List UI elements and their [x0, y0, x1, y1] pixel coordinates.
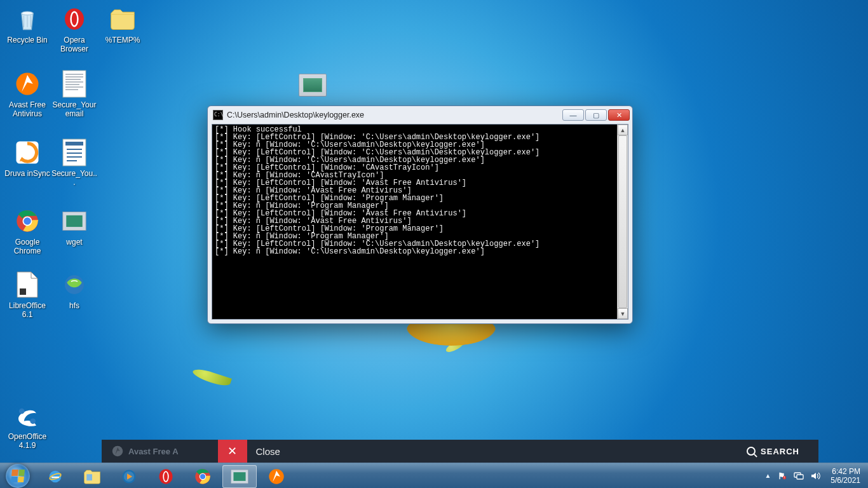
temp-folder-icon — [107, 4, 138, 34]
desktop-icon-label: Secure_You... — [51, 169, 98, 187]
taskbar-item-chrome[interactable] — [186, 465, 220, 488]
avast-bar-title-text: Avast Free A — [128, 447, 179, 456]
decoration-leaf — [191, 367, 232, 388]
desktop[interactable]: Recycle BinOpera Browser%TEMP%Avast Free… — [0, 0, 868, 488]
desktop-icon-label: LibreOffice 6.1 — [4, 301, 51, 319]
start-button[interactable] — [0, 463, 36, 488]
openoffice-icon — [12, 400, 43, 431]
desktop-icon-label: Secure_Your email — [51, 100, 98, 118]
recycle-bin-icon — [12, 4, 43, 34]
desktop-icon-label: Google Chrome — [4, 238, 51, 255]
clock-date: 5/6/2021 — [831, 476, 860, 485]
svg-point-28 — [30, 418, 36, 424]
tray-show-hidden-icons[interactable]: ▲ — [764, 472, 771, 479]
network-icon[interactable] — [794, 471, 804, 481]
svg-point-22 — [24, 217, 31, 225]
windows-orb-icon — [6, 464, 30, 488]
avast-search-button[interactable]: SEARCH — [747, 447, 799, 456]
taskbar-item-media[interactable] — [112, 465, 146, 488]
desktop-icon-recycle-bin[interactable]: Recycle Bin — [4, 4, 51, 44]
window-titlebar[interactable]: C:\Users\admin\Desktop\keylogger.exe — ▢… — [208, 106, 632, 124]
svg-point-3 — [72, 13, 77, 25]
taskbar-item-opera[interactable] — [149, 465, 183, 488]
internet-explorer-icon — [46, 467, 65, 486]
hfs-icon — [59, 269, 90, 300]
desktop-icon-opera-browser[interactable]: Opera Browser — [51, 4, 98, 53]
console-window-icon — [230, 467, 249, 486]
minimize-button[interactable]: — — [562, 109, 584, 121]
desktop-icon-label: Opera Browser — [51, 36, 98, 53]
desktop-icon-wget[interactable]: wget — [51, 206, 98, 247]
volume-icon[interactable] — [810, 471, 820, 481]
libreoffice-icon — [12, 269, 43, 300]
desktop-icon-hfs[interactable]: hfs — [51, 269, 98, 310]
taskbar: ▲ 6:42 PM 5/6/2021 — [0, 463, 868, 488]
desktop-icon-temp-folder[interactable]: %TEMP% — [99, 4, 146, 44]
search-icon — [747, 447, 756, 456]
scroll-down-icon[interactable]: ▼ — [618, 308, 628, 319]
console-output: [*] Hook successful [*] Key: [LeftContro… — [212, 125, 617, 319]
opera-browser-icon — [59, 4, 90, 34]
avast-close-x-button[interactable]: ✕ — [218, 440, 247, 463]
chrome-icon — [193, 467, 212, 486]
vertical-scrollbar[interactable]: ▲ ▼ — [617, 125, 628, 319]
console-client-area: [*] Hook successful [*] Key: [LeftContro… — [212, 124, 628, 320]
avast-free-antivirus-icon — [12, 69, 43, 99]
desktop-icon-avast-free-antivirus[interactable]: Avast Free Antivirus — [4, 69, 51, 118]
svg-rect-42 — [233, 472, 245, 481]
desktop-icon-label: Avast Free Antivirus — [4, 100, 51, 118]
svg-rect-44 — [780, 472, 780, 479]
action-center-flag-icon[interactable] — [777, 471, 787, 481]
google-chrome-icon — [12, 206, 43, 236]
taskbar-item-ie[interactable] — [38, 465, 72, 488]
close-button[interactable]: ✕ — [608, 109, 630, 121]
svg-rect-24 — [66, 215, 82, 227]
avast-small-icon — [112, 445, 123, 457]
console-window[interactable]: C:\Users\admin\Desktop\keylogger.exe — ▢… — [207, 105, 633, 324]
desktop-icon-libreoffice[interactable]: LibreOffice 6.1 — [4, 269, 51, 319]
desktop-icon-label: %TEMP% — [105, 36, 140, 44]
svg-rect-25 — [20, 288, 26, 295]
cmd-icon — [213, 110, 223, 120]
file-explorer-icon — [83, 467, 102, 486]
clock-time: 6:42 PM — [831, 467, 860, 476]
secure-you-icon — [59, 137, 90, 168]
scroll-track[interactable] — [618, 135, 628, 308]
secure-your-email-icon — [59, 69, 90, 99]
desktop-thumbnail-icon[interactable] — [299, 74, 327, 97]
scroll-thumb[interactable] — [618, 135, 627, 308]
druva-insync-icon — [12, 137, 43, 168]
svg-point-37 — [164, 472, 168, 481]
desktop-icon-google-chrome[interactable]: Google Chrome — [4, 206, 51, 255]
desktop-icon-secure-your-email[interactable]: Secure_Your email — [51, 69, 98, 118]
media-player-icon — [119, 467, 139, 486]
wget-icon — [59, 206, 90, 236]
svg-rect-32 — [86, 474, 92, 480]
desktop-icon-openoffice[interactable]: OpenOffice 4.1.9 — [4, 400, 51, 450]
desktop-icon-label: wget — [66, 238, 82, 247]
avast-search-label: SEARCH — [761, 447, 799, 456]
desktop-icon-label: Recycle Bin — [7, 36, 47, 44]
taskbar-item-avast[interactable] — [259, 465, 294, 488]
taskbar-item-console[interactable] — [222, 465, 257, 488]
svg-point-0 — [22, 11, 33, 15]
scroll-up-icon[interactable]: ▲ — [618, 125, 628, 135]
desktop-icon-label: Druva inSync — [4, 169, 50, 178]
svg-point-27 — [19, 409, 25, 414]
maximize-button[interactable]: ▢ — [585, 109, 607, 121]
desktop-icon-secure-you[interactable]: Secure_You... — [51, 137, 98, 187]
svg-rect-15 — [65, 142, 83, 146]
avast-bar-title: Avast Free A — [112, 445, 179, 457]
window-title: C:\Users\admin\Desktop\keylogger.exe — [227, 111, 364, 119]
system-tray: ▲ 6:42 PM 5/6/2021 — [764, 463, 868, 488]
svg-point-40 — [200, 473, 205, 478]
avast-close-label[interactable]: Close — [256, 446, 280, 457]
desktop-icon-label: OpenOffice 4.1.9 — [4, 432, 51, 450]
desktop-icon-druva-insync[interactable]: Druva inSync — [4, 137, 51, 178]
taskbar-clock[interactable]: 6:42 PM 5/6/2021 — [831, 467, 860, 485]
avast-icon — [267, 467, 286, 486]
desktop-icon-label: hfs — [69, 301, 79, 310]
taskbar-item-explorer[interactable] — [75, 465, 109, 488]
taskbar-items — [36, 463, 294, 488]
opera-icon — [156, 467, 175, 486]
